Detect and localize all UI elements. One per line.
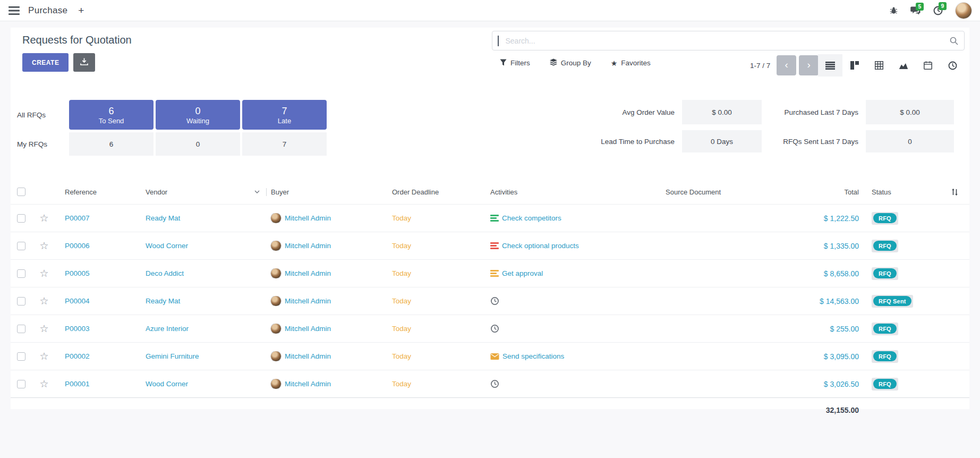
activity-clock-icon[interactable]: [490, 379, 499, 388]
buyer-cell[interactable]: Mitchell Admin: [267, 241, 388, 251]
row-checkbox[interactable]: [17, 352, 25, 361]
activity-clock-icon[interactable]: [490, 324, 499, 333]
my-rfq-count-2[interactable]: 7: [242, 132, 327, 156]
total-amount[interactable]: $ 1,222.50: [824, 214, 859, 223]
favorite-star-icon[interactable]: ☆: [39, 351, 48, 361]
reference-link[interactable]: P00002: [65, 352, 90, 360]
rfq-status-button-to-send[interactable]: 6To Send: [69, 100, 154, 130]
my-rfq-count-0[interactable]: 6: [69, 132, 154, 156]
rfq-status-button-late[interactable]: 7Late: [242, 100, 327, 130]
export-button[interactable]: [73, 53, 95, 72]
vendor-link[interactable]: Ready Mat: [146, 214, 180, 222]
order-deadline[interactable]: Today: [392, 214, 411, 222]
activity-view-icon[interactable]: [940, 54, 965, 77]
status-badge[interactable]: RFQ: [872, 350, 898, 363]
table-row[interactable]: ☆P00001Wood CornerMitchell AdminToday$ 3…: [11, 370, 969, 397]
status-badge[interactable]: RFQ: [872, 240, 898, 252]
buyer-cell[interactable]: Mitchell Admin: [267, 296, 388, 306]
row-checkbox[interactable]: [17, 325, 25, 333]
table-row[interactable]: ☆P00004Ready MatMitchell AdminToday$ 14,…: [11, 287, 969, 315]
buyer-cell[interactable]: Mitchell Admin: [267, 351, 388, 361]
my-rfq-count-1[interactable]: 0: [156, 132, 240, 156]
pager-previous-button[interactable]: ‹: [777, 55, 796, 75]
column-header-activities[interactable]: Activities: [486, 188, 661, 196]
menu-icon[interactable]: [8, 6, 20, 15]
vendor-link[interactable]: Deco Addict: [146, 269, 184, 277]
calendar-view-icon[interactable]: [916, 54, 940, 77]
vendor-link[interactable]: Wood Corner: [146, 242, 188, 250]
activity-tasks-icon[interactable]: Check competitors: [490, 214, 561, 223]
reference-link[interactable]: P00006: [65, 242, 90, 250]
row-checkbox[interactable]: [17, 269, 25, 278]
optional-columns-icon[interactable]: [932, 188, 969, 196]
order-deadline[interactable]: Today: [392, 352, 411, 360]
table-row[interactable]: ☆P00005Deco AddictMitchell AdminTodayGet…: [11, 259, 969, 287]
column-header-vendor[interactable]: Vendor: [141, 188, 267, 196]
row-checkbox[interactable]: [17, 214, 25, 223]
column-header-total[interactable]: Total: [805, 188, 863, 196]
search-bar[interactable]: [492, 31, 965, 50]
user-avatar[interactable]: [956, 3, 972, 19]
row-checkbox[interactable]: [17, 380, 25, 388]
column-header-status[interactable]: Status: [863, 188, 932, 196]
reference-link[interactable]: P00001: [65, 380, 90, 388]
favorite-star-icon[interactable]: ☆: [39, 324, 48, 334]
create-button[interactable]: CREATE: [22, 53, 69, 72]
vendor-link[interactable]: Wood Corner: [146, 380, 188, 388]
pager-next-button[interactable]: ›: [799, 55, 819, 75]
favorite-star-icon[interactable]: ☆: [39, 241, 48, 251]
vendor-link[interactable]: Azure Interior: [146, 325, 189, 333]
buyer-cell[interactable]: Mitchell Admin: [267, 213, 388, 223]
row-checkbox[interactable]: [17, 297, 25, 306]
status-badge[interactable]: RFQ: [872, 378, 898, 391]
total-amount[interactable]: $ 1,335.00: [824, 242, 859, 250]
order-deadline[interactable]: Today: [392, 242, 411, 250]
status-badge[interactable]: RFQ: [872, 323, 898, 335]
favorite-star-icon[interactable]: ☆: [39, 268, 48, 278]
buyer-cell[interactable]: Mitchell Admin: [267, 268, 388, 278]
status-badge[interactable]: RFQ: [872, 212, 898, 225]
activity-clock-icon[interactable]: [490, 296, 499, 306]
column-header-order-deadline[interactable]: Order Deadline: [388, 188, 486, 196]
activity-envelope-icon[interactable]: Send specifications: [490, 352, 564, 360]
reference-link[interactable]: P00003: [65, 325, 90, 333]
reference-link[interactable]: P00005: [65, 269, 90, 277]
vendor-link[interactable]: Ready Mat: [146, 297, 180, 305]
row-checkbox[interactable]: [17, 242, 25, 250]
group-by-button[interactable]: Group By: [550, 58, 591, 67]
column-header-source-document[interactable]: Source Document: [661, 188, 805, 196]
bug-icon[interactable]: [890, 6, 898, 14]
select-all-checkbox[interactable]: [17, 188, 25, 196]
activity-tasks-icon[interactable]: Get approval: [490, 269, 543, 278]
order-deadline[interactable]: Today: [392, 297, 411, 305]
pivot-view-icon[interactable]: [867, 54, 891, 77]
buyer-cell[interactable]: Mitchell Admin: [267, 379, 388, 389]
graph-view-icon[interactable]: [891, 54, 916, 77]
favorite-star-icon[interactable]: ☆: [39, 296, 48, 306]
favorites-button[interactable]: ★ Favorites: [611, 59, 651, 67]
reference-link[interactable]: P00004: [65, 297, 90, 305]
status-badge[interactable]: RFQ Sent: [872, 295, 913, 308]
favorite-star-icon[interactable]: ☆: [39, 379, 48, 389]
column-header-reference[interactable]: Reference: [56, 188, 141, 196]
rfq-status-button-waiting[interactable]: 0Waiting: [156, 100, 240, 130]
list-view-icon[interactable]: [818, 54, 842, 77]
app-name-menu[interactable]: Purchase: [28, 5, 67, 16]
order-deadline[interactable]: Today: [392, 269, 411, 277]
favorite-star-icon[interactable]: ☆: [39, 213, 48, 223]
vendor-link[interactable]: Gemini Furniture: [146, 352, 199, 360]
search-icon[interactable]: [950, 37, 958, 45]
search-input[interactable]: [505, 36, 950, 46]
new-tab-button[interactable]: +: [78, 5, 84, 15]
activity-tasks-icon[interactable]: Check optional products: [490, 242, 579, 250]
kanban-view-icon[interactable]: [842, 54, 867, 77]
activities-clock-icon[interactable]: 9: [933, 6, 943, 15]
table-row[interactable]: ☆P00002Gemini FurnitureMitchell AdminTod…: [11, 342, 969, 370]
total-amount[interactable]: $ 3,026.50: [824, 380, 859, 388]
order-deadline[interactable]: Today: [392, 325, 411, 333]
filters-button[interactable]: Filters: [500, 59, 530, 67]
pager-range[interactable]: 1-7 / 7: [750, 62, 770, 70]
order-deadline[interactable]: Today: [392, 380, 411, 388]
table-row[interactable]: ☆P00007Ready MatMitchell AdminTodayCheck…: [11, 204, 969, 232]
table-row[interactable]: ☆P00003Azure InteriorMitchell AdminToday…: [11, 315, 969, 342]
